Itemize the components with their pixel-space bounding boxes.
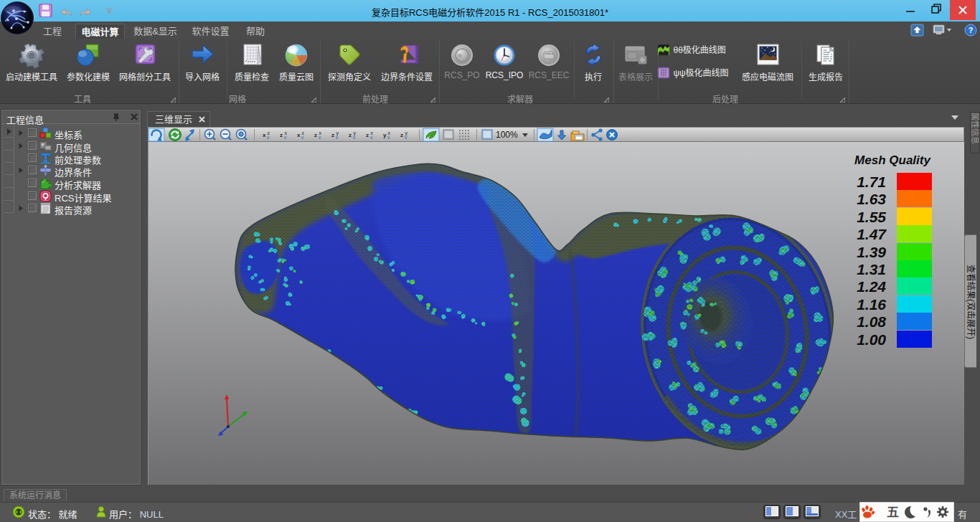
svg-text:v: v [336, 135, 339, 140]
svg-text:v: v [370, 135, 373, 140]
svg-text:z: z [400, 132, 403, 138]
svg-text:z: z [349, 132, 352, 138]
svg-text:v: v [387, 135, 390, 140]
svg-text:y: y [383, 132, 387, 138]
svg-text:z: z [366, 132, 369, 138]
svg-text:z: z [314, 132, 317, 138]
svg-text:x: x [297, 132, 301, 138]
svg-text:五: 五 [887, 506, 899, 519]
svg-text:v: v [353, 135, 356, 140]
svg-text:v: v [405, 135, 407, 140]
svg-text:z: z [280, 132, 283, 138]
svg-text:x: x [263, 132, 266, 138]
svg-text:v: v [284, 135, 287, 140]
svg-text:v: v [267, 135, 270, 140]
svg-text:z: z [331, 132, 334, 138]
svg-text:?: ? [969, 26, 974, 34]
svg-text:v: v [319, 135, 321, 140]
svg-text:100%: 100% [496, 130, 518, 140]
svg-text:v: v [301, 135, 304, 140]
